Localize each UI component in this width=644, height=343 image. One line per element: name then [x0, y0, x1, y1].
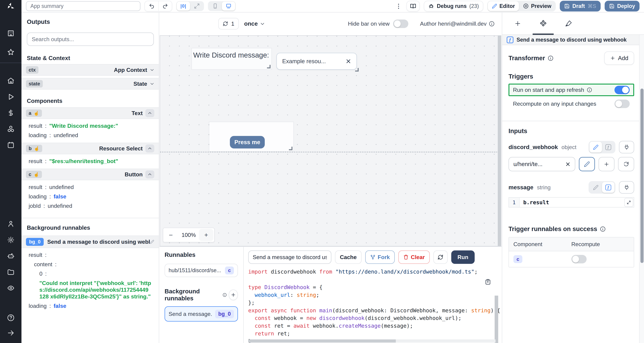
resources-icon[interactable]	[7, 124, 14, 133]
static-mode-button[interactable]	[590, 182, 602, 193]
runnable-item[interactable]: hub/1511/discord/se... c	[164, 264, 238, 277]
recompute-toggle[interactable]	[614, 100, 630, 108]
tab-styling[interactable]	[556, 12, 582, 34]
collapse-sidebar-icon[interactable]	[7, 328, 14, 337]
cache-button[interactable]: Cache	[335, 250, 362, 264]
tab-component-settings[interactable]	[530, 12, 556, 34]
collapse-b-icon[interactable]	[145, 144, 154, 152]
hide-bar-toggle[interactable]	[393, 20, 408, 28]
copy-code-icon[interactable]	[485, 277, 491, 286]
code-vertical-scrollbar[interactable]	[495, 296, 498, 343]
canvas-scrollbar[interactable]	[498, 36, 501, 246]
resource-select-input[interactable]: Example resou...	[276, 53, 357, 70]
component-a-row[interactable]: a☝ Text	[22, 107, 159, 119]
fullscreen-canvas-icon[interactable]	[190, 2, 204, 10]
more-menu-icon[interactable]: ⋮	[395, 3, 402, 10]
ctx-row[interactable]: ctx App Context	[22, 64, 159, 76]
inputs-title: Inputs	[508, 128, 634, 134]
connect-input-button[interactable]	[619, 181, 634, 194]
folders-icon[interactable]	[7, 267, 14, 276]
eval-mode-button[interactable]: ƒ	[602, 142, 614, 152]
component-b-row[interactable]: b☝ Resource Select	[22, 143, 159, 154]
variables-icon[interactable]	[7, 108, 14, 117]
info-icon[interactable]	[587, 87, 592, 92]
app-canvas[interactable]: Write Discord message: Example resou... …	[160, 35, 501, 246]
clear-resource-icon[interactable]	[566, 162, 570, 167]
resize-handle[interactable]	[355, 68, 359, 72]
settings-icon[interactable]	[7, 235, 14, 244]
center-align-toggle[interactable]: |0|	[177, 2, 190, 10]
refresh-resource-button[interactable]	[618, 157, 634, 171]
resize-handle[interactable]	[289, 147, 292, 150]
add-transformer-button[interactable]: Add	[604, 52, 634, 65]
component-settings-panel: ƒ Send a message to discord using webhoo…	[502, 12, 644, 343]
right-panel-scrollbar[interactable]	[639, 35, 644, 343]
recompute-c-toggle[interactable]	[572, 255, 586, 264]
info-icon[interactable]	[489, 21, 495, 27]
pointer-hand-icon: ☝	[34, 146, 39, 151]
info-icon[interactable]	[600, 226, 606, 232]
redo-button[interactable]	[158, 1, 172, 11]
state-row[interactable]: state State	[22, 78, 159, 90]
docs-button[interactable]	[406, 1, 420, 12]
desktop-view-toggle[interactable]	[222, 2, 235, 10]
help-icon[interactable]	[7, 313, 14, 322]
resource-select-component[interactable]: Example resou...	[276, 53, 360, 72]
code-editor[interactable]: import discordwebhook from "https://deno…	[248, 268, 502, 340]
button-component[interactable]: Press me	[209, 122, 294, 151]
text-component[interactable]: Write Discord message:	[192, 48, 272, 69]
resize-handle[interactable]	[267, 65, 270, 68]
run-button[interactable]: Run	[451, 250, 475, 264]
runs-icon[interactable]	[7, 92, 14, 100]
eval-mode-button[interactable]: ƒ	[602, 182, 614, 193]
clear-button[interactable]: Clear	[398, 250, 430, 264]
background-runnable-item-selected[interactable]: Send a message... bg_0	[164, 306, 238, 322]
press-me-button[interactable]: Press me	[230, 136, 265, 148]
component-c-row[interactable]: c☝ Button	[22, 168, 159, 180]
refresh-code-button[interactable]	[433, 250, 448, 264]
collapse-c-icon[interactable]	[145, 170, 154, 178]
draft-button[interactable]: Draft⌘S	[560, 1, 600, 12]
tab-insert-component[interactable]	[505, 12, 530, 34]
search-outputs-input[interactable]	[27, 32, 154, 46]
code-horizontal-scrollbar[interactable]	[248, 340, 496, 342]
canvas-boundary	[160, 152, 499, 152]
audit-icon[interactable]	[7, 283, 14, 292]
tab-preview[interactable]: Preview	[519, 1, 555, 11]
mobile-view-toggle[interactable]	[208, 2, 222, 10]
workers-icon[interactable]	[7, 251, 14, 260]
collapse-a-icon[interactable]	[145, 109, 154, 117]
info-icon[interactable]	[222, 292, 227, 298]
expand-editor-icon[interactable]	[624, 198, 633, 207]
zoom-in-button[interactable]: +	[199, 229, 213, 241]
refresh-count-button[interactable]: 1	[218, 18, 239, 30]
windmill-logo[interactable]	[0, 0, 22, 12]
bg0-row[interactable]: bg_0 Send a message to discord using web…	[22, 236, 159, 248]
users-icon[interactable]	[7, 219, 14, 228]
resource-picker[interactable]: u/henri/te...	[508, 157, 575, 171]
clear-selection-icon[interactable]	[346, 58, 351, 64]
zoom-out-button[interactable]: −	[163, 231, 178, 239]
fork-button[interactable]: Fork	[365, 250, 395, 264]
info-icon[interactable]	[548, 55, 554, 61]
connect-input-button[interactable]	[619, 141, 634, 154]
message-expression-editor[interactable]: 1 b.result	[508, 197, 634, 208]
undo-button[interactable]	[145, 1, 158, 11]
workspace-icon[interactable]	[7, 28, 14, 37]
edit-resource-button[interactable]	[579, 157, 595, 171]
schedules-icon[interactable]	[7, 140, 14, 149]
deploy-button[interactable]: Deploy	[605, 1, 640, 12]
add-background-runnable-button[interactable]	[229, 290, 238, 300]
add-resource-button[interactable]	[598, 157, 615, 171]
run-on-start-toggle[interactable]	[614, 86, 630, 94]
favorites-icon[interactable]	[7, 48, 14, 56]
debug-runs-button[interactable]: Debug runs(23)	[424, 1, 483, 12]
app-summary-input[interactable]	[26, 1, 140, 11]
tab-editor[interactable]: Editor	[488, 1, 519, 11]
refresh-mode-dropdown[interactable]: once	[244, 20, 265, 27]
edit-pencil-icon[interactable]	[150, 240, 154, 244]
runnable-name-input[interactable]	[248, 250, 332, 264]
static-mode-button[interactable]	[590, 142, 602, 152]
home-icon[interactable]	[7, 76, 14, 84]
code-lines: import discordwebhook from "https://deno…	[248, 268, 502, 343]
